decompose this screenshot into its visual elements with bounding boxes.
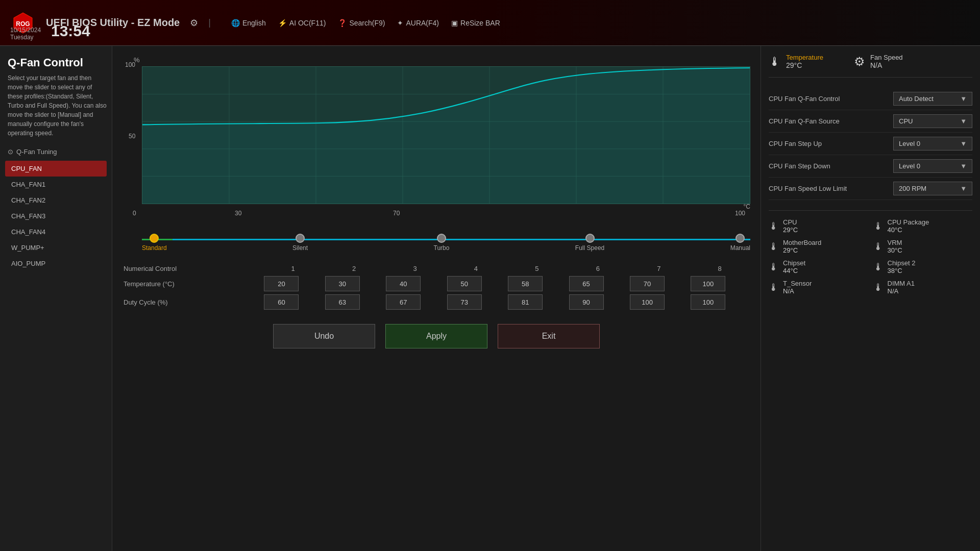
chart-svg — [142, 67, 750, 204]
nav-english[interactable]: 🌐 English — [231, 19, 266, 27]
speed-low-limit-dropdown[interactable]: 200 RPM ▼ — [893, 182, 972, 195]
temp-row: Temperature (°C) — [122, 274, 750, 293]
fan-item-aio[interactable]: AIO_PUMP — [5, 256, 107, 271]
fan-item-cha2[interactable]: CHA_FAN2 — [5, 192, 107, 208]
undo-button[interactable]: Undo — [273, 324, 375, 348]
time-display: 13:54 — [51, 22, 90, 40]
slider-fullspeed[interactable]: Full Speed — [575, 224, 604, 252]
duty-input-5[interactable] — [508, 294, 543, 310]
sensor-cpu-pkg-icon: 🌡 — [873, 220, 884, 232]
chart-area — [142, 66, 750, 204]
duty-input-2[interactable] — [325, 294, 360, 310]
chart-x-unit: °C — [744, 203, 750, 210]
apply-button[interactable]: Apply — [385, 324, 487, 348]
chart-container: % 100 50 — [122, 56, 750, 219]
fan-item-wpump[interactable]: W_PUMP+ — [5, 240, 107, 256]
duty-input-1[interactable] — [264, 294, 299, 310]
dropdown-arrow-4: ▼ — [960, 185, 967, 192]
topbar: ROG UEFI BIOS Utility - EZ Mode ⚙ | 🌐 En… — [0, 0, 980, 46]
temp-input-2[interactable] — [325, 276, 360, 291]
numerical-control: Numerical Control 1 2 3 4 5 6 7 8 Temper… — [122, 263, 750, 311]
num-control-header: Numerical Control — [122, 263, 262, 274]
dropdown-arrow-1: ▼ — [960, 117, 967, 125]
temp-input-6[interactable] — [569, 276, 604, 291]
sensor-mb-icon: 🌡 — [769, 241, 779, 253]
chart-x-70: 70 — [393, 210, 400, 217]
temp-input-3[interactable] — [386, 276, 421, 291]
nav-search[interactable]: ❓ Search(F9) — [338, 19, 385, 27]
settings-icon[interactable]: ⚙ — [190, 17, 198, 29]
step-up-dropdown[interactable]: Level 0 ▼ — [893, 137, 972, 151]
sensor-dimm-a1: 🌡 DIMM A1 N/A — [873, 280, 973, 295]
nav-resizebar[interactable]: ▣ ReSize BAR — [451, 19, 500, 27]
left-panel: Q-Fan Control Select your target fan and… — [0, 46, 112, 551]
main-content: Q-Fan Control Select your target fan and… — [0, 46, 980, 551]
right-panel: 🌡 Temperature 29°C ⚙ Fan Speed N/A CPU F… — [761, 46, 980, 551]
slider-manual[interactable]: Manual — [730, 224, 750, 252]
col-5: 5 — [506, 263, 567, 274]
setting-speed-low-limit: CPU Fan Speed Low Limit 200 RPM ▼ — [769, 178, 972, 200]
slider-silent[interactable]: Silent — [292, 224, 308, 252]
temp-input-4[interactable] — [447, 276, 482, 291]
sensor-cpu: 🌡 CPU 29°C — [769, 218, 868, 234]
sensor-vrm: 🌡 VRM 30°C — [873, 239, 973, 254]
sensor-dimm-icon: 🌡 — [873, 282, 884, 293]
fan-item-cha1[interactable]: CHA_FAN1 — [5, 177, 107, 192]
duty-input-8[interactable] — [691, 294, 725, 310]
qfan-control-dropdown[interactable]: Auto Detect ▼ — [893, 92, 972, 106]
col-3: 3 — [384, 263, 445, 274]
fan-speed-value: N/A — [870, 61, 903, 69]
duty-input-4[interactable] — [447, 294, 482, 310]
nav-aioc[interactable]: ⚡ AI OC(F11) — [278, 19, 326, 27]
temp-input-7[interactable] — [630, 276, 665, 291]
setting-qfan-source: CPU Fan Q-Fan Source CPU ▼ — [769, 110, 972, 133]
duty-input-6[interactable] — [569, 294, 604, 310]
topbar-nav: 🌐 English ⚡ AI OC(F11) ❓ Search(F9) ✦ AU… — [231, 19, 500, 27]
temp-row-label: Temperature (°C) — [122, 274, 262, 293]
step-down-dropdown[interactable]: Level 0 ▼ — [893, 159, 972, 173]
slider-turbo[interactable]: Turbo — [434, 224, 450, 252]
fan-speed-label: Fan Speed — [870, 54, 903, 61]
chart-y-100: 100 — [125, 61, 135, 68]
step-up-label: CPU Fan Step Up — [769, 140, 822, 147]
fan-item-cha3[interactable]: CHA_FAN3 — [5, 208, 107, 224]
sensor-cpu-package: 🌡 CPU Package 40°C — [873, 218, 973, 234]
sensors-grid: 🌡 CPU 29°C 🌡 CPU Package 40°C 🌡 MotherBo… — [769, 210, 972, 295]
temp-input-5[interactable] — [508, 276, 543, 291]
duty-input-7[interactable] — [630, 294, 665, 310]
col-6: 6 — [568, 263, 628, 274]
duty-row-label: Duty Cycle (%) — [122, 293, 262, 311]
nav-aura[interactable]: ✦ AURA(F4) — [397, 19, 439, 27]
sensor-chipset2: 🌡 Chipset 2 38°C — [873, 259, 973, 274]
exit-button[interactable]: Exit — [498, 324, 600, 348]
dropdown-arrow-2: ▼ — [960, 140, 967, 147]
dropdown-arrow-0: ▼ — [960, 95, 967, 103]
fan-item-cpu[interactable]: CPU_FAN — [5, 161, 107, 177]
sensor-motherboard: 🌡 MotherBoard 29°C — [769, 239, 868, 254]
sensor-chipset2-icon: 🌡 — [873, 261, 884, 273]
sensor-chipset: 🌡 Chipset 44°C — [769, 259, 868, 274]
slider-points: Standard Silent Turbo Full Speed Manual — [142, 224, 750, 252]
sensor-cpu-icon: 🌡 — [769, 220, 779, 232]
qfan-source-dropdown[interactable]: CPU ▼ — [893, 114, 972, 128]
fan-list: CPU_FAN CHA_FAN1 CHA_FAN2 CHA_FAN3 CHA_F… — [5, 161, 107, 271]
temp-input-1[interactable] — [264, 276, 299, 291]
chart-x-0: 0 — [133, 210, 136, 217]
col-7: 7 — [628, 263, 689, 274]
setting-qfan-control: CPU Fan Q-Fan Control Auto Detect ▼ — [769, 88, 972, 110]
fan-speed-stat: ⚙ Fan Speed N/A — [854, 54, 903, 69]
qfan-tuning-label: ⊙ Q-Fan Tuning — [5, 148, 107, 156]
temp-label: Temperature — [786, 54, 823, 61]
col-2: 2 — [324, 263, 384, 274]
fan-settings: CPU Fan Q-Fan Control Auto Detect ▼ CPU … — [769, 88, 972, 200]
chart-x-100: 100 — [735, 210, 745, 217]
thermometer-icon: 🌡 — [769, 55, 781, 69]
col-8: 8 — [689, 263, 750, 274]
setting-step-down: CPU Fan Step Down Level 0 ▼ — [769, 155, 972, 178]
temp-input-8[interactable] — [691, 276, 725, 291]
duty-input-3[interactable] — [386, 294, 421, 310]
fan-item-cha4[interactable]: CHA_FAN4 — [5, 224, 107, 240]
slider-standard[interactable]: Standard — [142, 224, 167, 252]
qfan-control-label: CPU Fan Q-Fan Control — [769, 95, 840, 103]
slider-container: Standard Silent Turbo Full Speed Manual — [122, 224, 750, 255]
